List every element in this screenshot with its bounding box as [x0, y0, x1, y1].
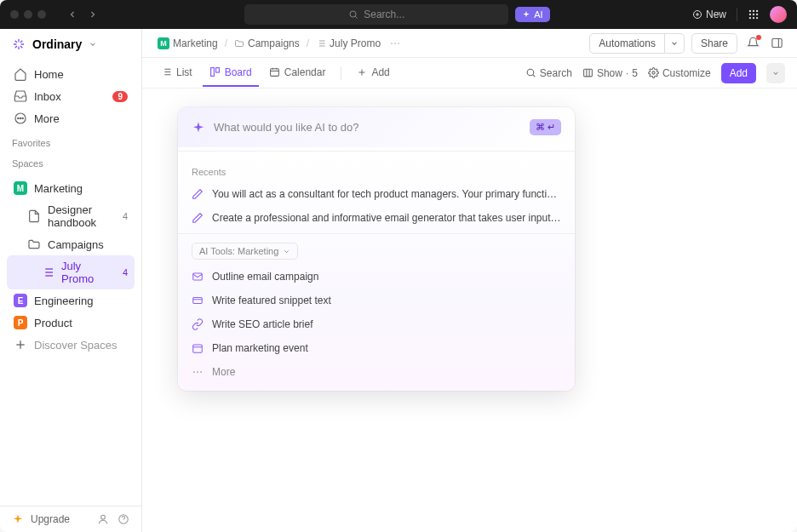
favorites-section-label: Favorites	[0, 133, 141, 153]
ai-tool-row[interactable]: Plan marketing event	[178, 336, 575, 360]
divider	[341, 66, 341, 80]
recent-prompt-text: Create a professional and informative em…	[212, 212, 561, 224]
list-july-promo-label: July Promo	[61, 260, 116, 285]
minimize-dot[interactable]	[24, 10, 32, 19]
svg-point-25	[22, 117, 23, 118]
mail-icon	[192, 271, 204, 283]
tab-board[interactable]: Board	[203, 60, 259, 87]
svg-line-19	[20, 46, 22, 48]
toolbar-search[interactable]: Search	[525, 67, 572, 79]
svg-point-34	[101, 515, 106, 519]
ai-tool-row[interactable]: Write featured snippet text	[178, 289, 575, 312]
card-icon	[192, 295, 204, 306]
chevron-down-icon	[283, 248, 290, 255]
svg-line-20	[15, 46, 17, 48]
tab-calendar-label: Calendar	[284, 66, 326, 78]
pencil-icon	[192, 212, 204, 224]
svg-point-11	[749, 17, 751, 19]
workspace-logo-icon	[12, 37, 26, 51]
more-horizontal-icon[interactable]	[389, 37, 401, 49]
svg-point-24	[20, 117, 20, 118]
person-icon[interactable]	[97, 513, 109, 525]
ai-tools-chip-label: AI Tools: Marketing	[199, 246, 278, 256]
help-icon[interactable]	[118, 513, 129, 525]
add-task-dropdown[interactable]	[766, 63, 785, 83]
global-search-input[interactable]: Search...	[244, 4, 508, 25]
user-avatar[interactable]	[770, 6, 787, 23]
sidebar-home-label: Home	[34, 68, 64, 81]
ai-tools-more[interactable]: More	[178, 360, 575, 384]
settings-icon	[648, 67, 659, 78]
sparkle-icon	[192, 121, 205, 134]
plus-icon	[14, 338, 27, 352]
toolbar-customize[interactable]: Customize	[648, 67, 711, 79]
window-titlebar: Search... AI New	[0, 0, 797, 29]
tab-list[interactable]: List	[154, 60, 199, 87]
spaces-section-label: Spaces	[0, 153, 141, 174]
new-button-label: New	[706, 9, 726, 20]
workspace-switcher[interactable]: Ordinary	[0, 29, 141, 60]
space-engineering-label: Engineering	[34, 295, 93, 307]
discover-spaces[interactable]: Discover Spaces	[7, 334, 135, 356]
ai-button[interactable]: AI	[515, 7, 549, 22]
chevron-down-icon	[89, 40, 97, 49]
space-chip-icon: E	[14, 294, 27, 307]
nav-forward-button[interactable]	[83, 5, 102, 24]
space-chip-icon: M	[14, 181, 27, 195]
svg-point-71	[197, 371, 198, 373]
more-horizontal-icon	[192, 366, 204, 378]
crumb-space[interactable]: M Marketing	[154, 36, 221, 51]
notifications-button[interactable]	[744, 35, 761, 52]
svg-point-40	[391, 43, 393, 44]
apps-grid-icon[interactable]	[748, 9, 760, 20]
folder-campaigns[interactable]: Campaigns	[7, 233, 135, 255]
upgrade-icon	[12, 513, 24, 525]
automations-dropdown[interactable]	[665, 33, 685, 54]
new-button[interactable]: New	[692, 9, 726, 20]
ai-button-label: AI	[534, 9, 542, 20]
recent-prompt-row[interactable]: You will act as a consultant for tech pr…	[178, 182, 575, 206]
doc-designer-handbook[interactable]: Designer handbook 4	[7, 199, 135, 233]
upgrade-button[interactable]: Upgrade	[31, 513, 70, 525]
svg-line-60	[533, 75, 535, 77]
panel-toggle-button[interactable]	[768, 35, 785, 52]
list-july-promo[interactable]: July Promo 4	[7, 255, 135, 289]
close-dot[interactable]	[10, 10, 19, 19]
ai-prompt-input[interactable]: What would you like AI to do?	[214, 121, 521, 134]
sidebar-inbox[interactable]: Inbox 9	[7, 85, 135, 107]
nav-back-button[interactable]	[63, 5, 82, 24]
sidebar-home[interactable]: Home	[7, 63, 135, 85]
crumb-list[interactable]: July Promo	[312, 36, 384, 51]
space-engineering[interactable]: E Engineering	[7, 289, 135, 312]
crumb-folder[interactable]: Campaigns	[231, 36, 303, 51]
automations-button-group: Automations	[589, 33, 685, 54]
sidebar-more-label: More	[34, 112, 60, 125]
ai-tools-filter-chip[interactable]: AI Tools: Marketing	[192, 243, 298, 260]
svg-point-41	[394, 43, 396, 44]
tab-calendar[interactable]: Calendar	[262, 60, 333, 87]
toolbar-show[interactable]: Show · 5	[582, 67, 638, 79]
add-task-button[interactable]: Add	[721, 63, 756, 83]
ai-tool-label: Plan marketing event	[212, 342, 308, 354]
maximize-dot[interactable]	[37, 10, 46, 19]
svg-point-23	[18, 117, 19, 118]
ai-tool-row[interactable]: Outline email campaign	[178, 265, 575, 289]
automations-button[interactable]: Automations	[589, 33, 665, 54]
svg-point-12	[753, 17, 754, 19]
ai-command-panel: What would you like AI to do? ⌘ ↵ Recent…	[178, 107, 575, 391]
share-button[interactable]: Share	[691, 33, 737, 54]
doc-handbook-count: 4	[123, 211, 128, 221]
divider	[178, 233, 575, 234]
link-icon	[192, 318, 204, 330]
global-search-placeholder: Search...	[364, 9, 404, 20]
svg-point-9	[753, 14, 754, 15]
recent-prompt-row[interactable]: Create a professional and informative em…	[178, 206, 575, 230]
ai-tool-row[interactable]: Write SEO article brief	[178, 312, 575, 336]
sidebar-more[interactable]: More	[7, 107, 135, 129]
space-marketing[interactable]: M Marketing	[7, 177, 135, 199]
space-product[interactable]: P Product	[7, 312, 135, 334]
window-controls	[10, 10, 46, 19]
tab-add-view[interactable]: Add	[350, 60, 396, 87]
divider	[737, 8, 737, 21]
svg-line-1	[356, 16, 358, 18]
